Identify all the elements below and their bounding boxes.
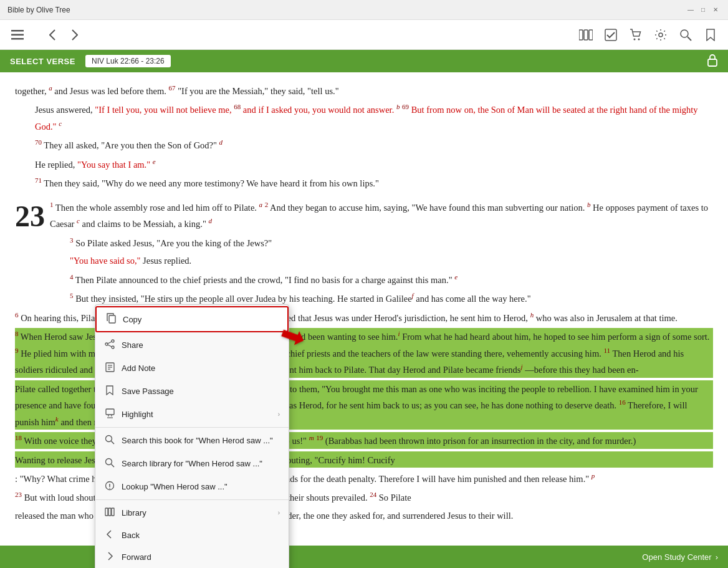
svg-rect-6 — [605, 29, 616, 41]
chapter-23-block: 23 1 Then the whole assembly rose and le… — [15, 199, 713, 309]
books-icon[interactable] — [576, 25, 596, 45]
context-menu: Copy Share Add Note Save Passage Highlig… — [95, 304, 289, 568]
title-bar: Bible by Olive Tree — □ ✕ — [0, 0, 728, 20]
svg-point-9 — [659, 33, 663, 37]
window-controls: — □ ✕ — [686, 5, 721, 15]
svg-rect-23 — [106, 409, 114, 415]
open-study-label: Open Study Center — [642, 552, 711, 562]
search-book-label: Search this book for "When Herod saw ...… — [122, 436, 273, 445]
highlight-label: Highlight — [122, 410, 153, 419]
save-passage-menu-item[interactable]: Save Passage — [95, 380, 289, 403]
forward-button[interactable] — [65, 25, 85, 45]
verse-68: Jesus answered, "If I tell you, you will… — [35, 101, 713, 134]
open-study-chevron: › — [716, 552, 718, 562]
svg-point-33 — [109, 488, 110, 489]
add-note-icon — [104, 362, 115, 374]
menu-divider-2 — [95, 499, 289, 500]
lookup-icon — [104, 481, 115, 493]
select-verse-bar: SELECT VERSE NIV Luk 22:66 - 23:26 — [0, 50, 728, 72]
select-verse-label: SELECT VERSE — [10, 57, 75, 66]
verse-71: 71 Then they said, "Why do we need any m… — [35, 175, 713, 191]
svg-point-27 — [106, 436, 112, 442]
add-note-label: Add Note — [122, 363, 155, 373]
share-menu-item[interactable]: Share — [95, 334, 289, 357]
back-button[interactable] — [42, 25, 62, 45]
copy-menu-item[interactable]: Copy — [95, 306, 289, 332]
search-library-menu-item[interactable]: Search library for "When Herod saw ..." — [95, 452, 289, 475]
back-menu-item[interactable]: Back — [95, 524, 289, 546]
toolbar — [0, 20, 728, 50]
svg-line-17 — [108, 342, 112, 344]
highlight-chevron: › — [278, 411, 280, 418]
share-icon — [104, 339, 115, 351]
search-book-menu-item[interactable]: Search this book for "When Herod saw ...… — [95, 429, 289, 452]
svg-rect-12 — [708, 59, 717, 66]
hamburger-icon[interactable] — [7, 25, 27, 45]
svg-line-18 — [108, 345, 112, 347]
svg-point-7 — [634, 38, 636, 40]
verse-70: 70 They all asked, "Are you then the Son… — [35, 137, 713, 153]
settings-icon[interactable] — [651, 25, 671, 45]
title-bar-left: Bible by Olive Tree — [7, 6, 70, 14]
svg-rect-0 — [11, 30, 24, 32]
svg-line-11 — [687, 37, 691, 41]
svg-rect-13 — [109, 315, 115, 323]
ch23-v4: 4 Then Pilate announced to the chief pri… — [70, 271, 713, 287]
open-study-center-button[interactable]: Open Study Center › — [642, 552, 718, 562]
svg-point-8 — [638, 38, 640, 40]
svg-point-16 — [105, 343, 108, 345]
search-library-label: Search library for "When Herod saw ..." — [122, 459, 262, 468]
svg-point-10 — [681, 30, 688, 37]
add-note-menu-item[interactable]: Add Note — [95, 357, 289, 380]
library-chevron: › — [278, 509, 280, 516]
svg-point-29 — [106, 459, 112, 465]
search-icon[interactable] — [676, 25, 696, 45]
svg-rect-36 — [112, 508, 114, 516]
verse-ref-badge[interactable]: NIV Luk 22:66 - 23:26 — [85, 55, 171, 67]
ch23-v3: 3 So Pilate asked Jesus, "Are you the ki… — [70, 234, 713, 251]
svg-rect-3 — [579, 30, 583, 40]
svg-rect-1 — [11, 34, 24, 36]
search-library-icon — [104, 458, 115, 469]
svg-line-28 — [112, 441, 115, 445]
share-label: Share — [122, 340, 143, 350]
svg-line-30 — [112, 465, 115, 468]
svg-rect-34 — [105, 508, 108, 516]
copy-label: Copy — [123, 315, 141, 324]
forward-label: Forward — [122, 552, 151, 562]
library-menu-icon — [104, 507, 115, 519]
highlight-menu-item[interactable]: Highlight › — [95, 403, 289, 426]
cart-icon[interactable] — [626, 25, 646, 45]
library-menu-item[interactable]: Library › — [95, 501, 289, 524]
svg-point-15 — [112, 346, 114, 349]
lookup-menu-item[interactable]: Lookup "When Herod saw ..." — [95, 475, 289, 498]
svg-rect-2 — [11, 38, 24, 40]
minimize-button[interactable]: — — [686, 5, 696, 15]
save-passage-icon — [104, 385, 115, 397]
highlight-icon — [104, 408, 115, 420]
copy-icon — [105, 313, 117, 325]
forward-menu-icon — [104, 552, 115, 562]
lookup-label: Lookup "When Herod saw ..." — [122, 482, 228, 491]
svg-rect-5 — [589, 30, 593, 40]
verse-66: together, a and Jesus was led before the… — [15, 82, 713, 99]
bookmark-icon[interactable] — [701, 25, 721, 45]
menu-divider-1 — [95, 427, 289, 428]
chapter-23-text: 1 Then the whole assembly rose and led h… — [50, 199, 713, 309]
toolbar-right — [576, 25, 721, 45]
ch23-v1: 1 Then the whole assembly rose and led h… — [50, 199, 713, 232]
save-passage-label: Save Passage — [122, 387, 174, 396]
forward-menu-item[interactable]: Forward — [95, 546, 289, 568]
maximize-button[interactable]: □ — [698, 5, 708, 15]
nav-buttons — [42, 25, 85, 45]
svg-rect-35 — [108, 508, 111, 516]
search-book-icon — [104, 435, 115, 446]
lock-icon — [707, 53, 718, 70]
ch23-v3b: "You have said so," Jesus replied. — [70, 253, 713, 269]
svg-point-14 — [112, 340, 114, 342]
close-button[interactable]: ✕ — [711, 5, 721, 15]
checkmark-icon[interactable] — [601, 25, 621, 45]
verse-70b: He replied, "You say that I am." e — [35, 156, 713, 172]
back-menu-icon — [104, 530, 115, 541]
library-label: Library — [122, 508, 146, 517]
